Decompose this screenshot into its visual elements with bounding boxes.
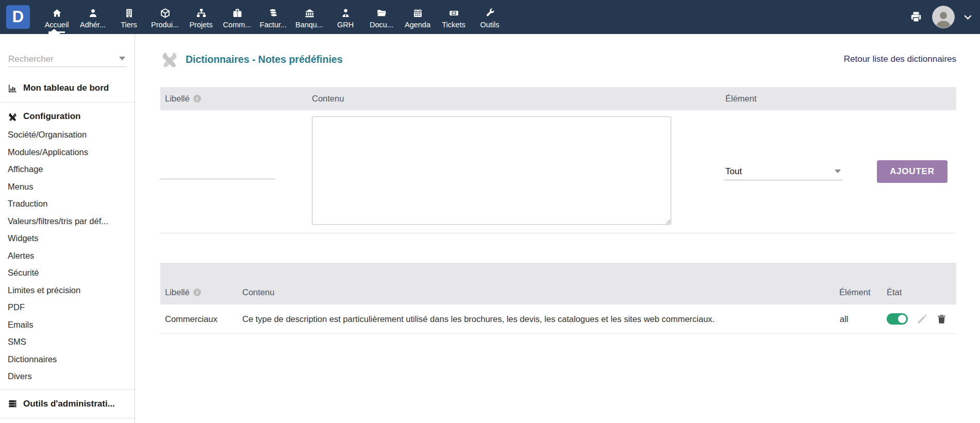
menu-commerce[interactable]: Comm... [219,0,255,34]
page-header: Dictionnaires - Notes prédéfinies Retour… [160,50,956,69]
sidebar-item-societe[interactable]: Société/Organisation [0,126,135,144]
thirdparty-icon [124,8,135,19]
edit-button[interactable] [917,314,927,325]
menu-tools[interactable]: Outils [472,0,508,34]
main-menu: Accueil Adhér... Tiers Produi... Projets… [39,0,508,34]
menu-tickets[interactable]: Tickets [436,0,472,34]
column-label: Élément [839,287,871,297]
menu-hr[interactable]: GRH [327,0,363,34]
avatar-silhouette-icon [934,9,953,28]
sidebar-item-label: Outils d'administrati... [23,399,115,409]
status-toggle[interactable] [887,313,908,325]
divider [0,390,135,390]
menu-label: Banqu... [295,21,323,29]
sidebar-item-divers[interactable]: Divers [0,368,135,385]
toggle-knob [898,315,906,323]
products-icon [160,8,171,19]
sidebar-item-modules[interactable]: Modules/Applications [0,144,135,161]
tools-icon [485,8,495,19]
form-body-row: Tout AJOUTER [160,110,956,233]
sidebar-item-traduction[interactable]: Traduction [0,195,135,213]
agenda-icon [412,8,423,19]
info-icon[interactable]: i [193,95,201,103]
info-icon[interactable]: i [193,289,201,296]
chart-bar-icon [8,83,18,93]
contenu-textarea[interactable] [312,116,671,225]
bank-icon [304,8,315,19]
element-select[interactable]: Tout [724,163,843,180]
list-header-element: Élément [838,287,887,297]
sidebar-item-emails[interactable]: Emails [0,316,135,334]
menu-label: Produi... [151,21,179,29]
print-button[interactable] [909,10,923,24]
user-avatar[interactable] [932,6,955,28]
sidebar-item-label: Configuration [23,111,80,122]
column-label: Élément [725,94,757,104]
sidebar-item-limites[interactable]: Limites et précision [0,282,135,299]
menu-agenda[interactable]: Agenda [400,0,436,34]
sidebar-item-menus[interactable]: Menus [0,178,135,196]
search-dropdown-caret[interactable] [119,57,125,60]
sidebar-item-dictionnaires[interactable]: Dictionnaires [0,351,135,368]
menu-billing[interactable]: Factur... [255,0,291,34]
row-element: all [838,314,887,324]
back-to-dictionaries-link[interactable]: Retour liste des dictionnaires [844,54,956,64]
menu-products[interactable]: Produi... [147,0,183,34]
form-header-libelle: Libellé i [160,94,312,104]
sidebar-item-valeurs[interactable]: Valeurs/filtres/tris par déf... [0,213,135,230]
sidebar-item-securite[interactable]: Sécurité [0,264,135,282]
sidebar-item-alertes[interactable]: Alertes [0,247,135,265]
main-content: Dictionnaires - Notes prédéfinies Retour… [135,34,980,423]
add-button[interactable]: AJOUTER [877,160,948,183]
select-caret-icon [835,170,841,173]
sidebar-item-admin-tools[interactable]: Outils d'administrati... [0,394,135,414]
delete-button[interactable] [936,314,947,325]
menu-label: Docu... [370,21,393,29]
projects-icon [196,8,207,19]
billing-icon [268,8,279,19]
sidebar-item-affichage[interactable]: Affichage [0,161,135,178]
app-logo[interactable]: D [6,5,30,29]
sidebar-item-widgets[interactable]: Widgets [0,230,135,247]
member-icon [88,8,98,19]
sidebar-item-label: Mon tableau de bord [23,83,109,93]
menu-label: Factur... [260,21,287,29]
menu-projects[interactable]: Projets [183,0,219,34]
home-icon [52,8,62,19]
trash-icon [936,314,947,325]
menu-label: GRH [337,21,354,29]
active-menu-arrow [48,29,60,34]
menu-label: Adhér... [80,21,106,29]
form-header-contenu: Contenu [312,94,724,104]
column-label: Libellé [165,287,190,297]
menu-documents[interactable]: Docu... [363,0,400,34]
user-menu-chevron[interactable] [964,13,972,21]
sidebar-item-configuration[interactable]: Configuration [0,107,135,126]
row-libelle: Commerciaux [160,314,242,324]
search-input[interactable] [8,52,126,67]
form-header-element: Élément [724,94,956,104]
menu-thirdparties[interactable]: Tiers [111,0,147,34]
search-box [8,52,126,67]
menu-label: Accueil [45,21,69,29]
element-cell: Tout AJOUTER [724,160,956,183]
table-row: Commerciaux Ce type de description est p… [160,304,956,334]
menu-bank[interactable]: Banqu... [291,0,327,34]
add-note-form: Libellé i Contenu Élément [160,87,956,233]
hr-icon [340,8,351,19]
server-icon [8,399,18,409]
row-actions [887,313,956,325]
row-contenu: Ce type de description est particulièrem… [242,314,838,324]
menu-label: Tickets [442,21,465,29]
menu-members[interactable]: Adhér... [75,0,111,34]
contenu-cell [312,110,724,233]
column-label: Contenu [312,94,344,104]
libelle-input[interactable] [160,164,275,179]
sidebar-item-sms[interactable]: SMS [0,333,135,351]
list-header-contenu: Contenu [242,287,838,297]
column-label: Libellé [165,94,190,104]
sidebar-item-dashboard[interactable]: Mon tableau de bord [0,78,135,98]
list-header-libelle: Libellé i [160,287,242,297]
sidebar-item-pdf[interactable]: PDF [0,299,135,316]
libelle-cell [160,164,312,179]
